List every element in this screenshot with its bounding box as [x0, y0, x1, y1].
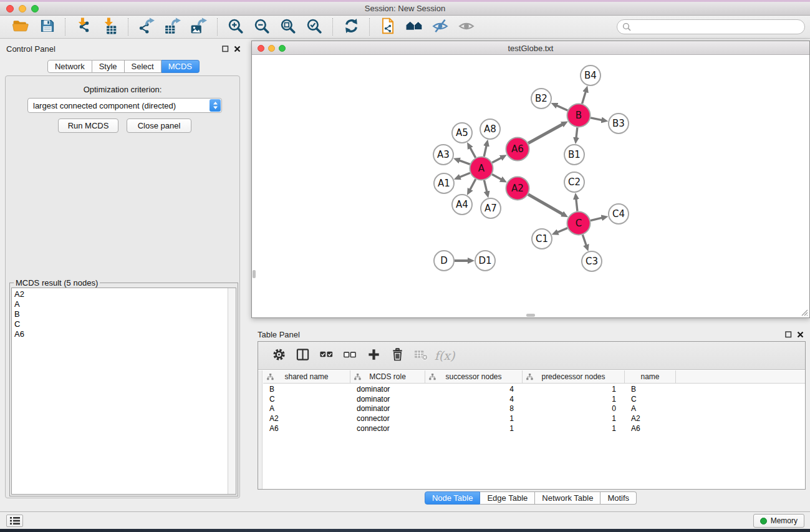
zoom-out-button[interactable]	[251, 17, 272, 36]
mcds-result-item[interactable]: A6	[14, 329, 226, 339]
column-header-successor-nodes[interactable]: successor nodes	[425, 370, 523, 383]
close-panel-icon[interactable]	[797, 331, 804, 338]
cell-shared-name: A6	[263, 424, 350, 433]
zoom-in-button[interactable]	[225, 17, 246, 36]
search-icon	[622, 22, 631, 31]
close-panel-icon[interactable]	[234, 46, 241, 52]
control-tab-mcds[interactable]: MCDS	[162, 60, 200, 73]
mcds-result-item[interactable]: B	[14, 309, 226, 319]
close-panel-button[interactable]: Close panel	[127, 118, 191, 133]
column-header-shared-name[interactable]: shared name	[263, 370, 350, 383]
new-network-from-selection-icon	[380, 17, 396, 37]
graph-edge-A-A3[interactable]	[459, 160, 470, 164]
graph-node-label-B3: B3	[612, 118, 625, 129]
graph-edge-A-A7[interactable]	[484, 180, 486, 192]
table-row-b[interactable]: Bdominator41B	[263, 384, 805, 394]
mcds-result-item[interactable]: C	[14, 319, 226, 329]
table-tab-network-table[interactable]: Network Table	[535, 491, 600, 505]
cell-shared-name: C	[263, 395, 350, 404]
mcds-panel-body: Optimization criterion: largest connecte…	[5, 75, 240, 498]
graph-edge-A-A1[interactable]	[460, 173, 470, 177]
export-network-button[interactable]	[136, 17, 157, 36]
task-history-button[interactable]	[6, 515, 23, 527]
function-builder-button[interactable]: f(x)	[435, 346, 454, 365]
graph-edge-B-B1[interactable]	[576, 127, 577, 138]
hide-selected-button[interactable]	[430, 17, 451, 36]
control-tab-network[interactable]: Network	[47, 60, 92, 73]
table-toolbar: f(x)	[258, 342, 805, 370]
refresh-layout-button[interactable]	[340, 17, 362, 36]
hierarchy-icon	[526, 374, 533, 380]
table-tabs: Node TableEdge TableNetwork TableMotifs	[251, 491, 810, 505]
table-tab-edge-table[interactable]: Edge Table	[480, 491, 535, 505]
zoom-fit-button[interactable]	[277, 17, 299, 36]
delete-table-button[interactable]	[412, 346, 430, 365]
mcds-result-item[interactable]: A	[14, 299, 226, 309]
import-table-icon	[102, 17, 118, 37]
search-box[interactable]	[617, 19, 805, 34]
graph-edge-A-A6[interactable]	[492, 158, 501, 163]
split-table-button[interactable]	[293, 346, 312, 365]
table-row-a6[interactable]: A6connector11A6	[263, 423, 805, 433]
table-settings-button[interactable]	[269, 346, 288, 365]
table-row-gutter	[258, 370, 263, 489]
graph-edge-A-A2[interactable]	[492, 174, 501, 179]
add-column-button[interactable]	[364, 346, 383, 365]
table-row-a2[interactable]: A2connector11A2	[263, 414, 805, 423]
select-all-columns-button[interactable]	[317, 346, 335, 365]
table-row-a[interactable]: Adominator80A	[263, 404, 805, 414]
graph-edge-A-A4[interactable]	[470, 179, 476, 190]
graph-edge-A2-C[interactable]	[528, 195, 562, 215]
graph-edge-C-C3[interactable]	[582, 235, 586, 245]
horizontal-scrollbar-thumb[interactable]	[526, 314, 535, 317]
memory-button[interactable]: Memory	[753, 514, 804, 528]
network-canvas[interactable]: B4B2BB3A8A5A6A3B1AA1C2A2A4A7C4CC1DD1C3	[252, 55, 809, 317]
graph-node-label-A1: A1	[438, 178, 450, 189]
graph-edge-C-C2[interactable]	[576, 199, 577, 211]
first-neighbors-button[interactable]	[403, 17, 425, 36]
save-session-button[interactable]	[36, 17, 57, 36]
table-tab-motifs[interactable]: Motifs	[600, 491, 637, 505]
graph-edge-A6-B[interactable]	[528, 124, 562, 143]
column-header-mcds-role[interactable]: MCDS role	[350, 370, 425, 383]
cell-successor-nodes: 4	[425, 395, 523, 404]
graph-edge-B-B4[interactable]	[582, 92, 586, 104]
show-hidden-button[interactable]	[456, 17, 477, 36]
graph-edge-C-C1[interactable]	[557, 228, 567, 233]
column-header-predecessor-nodes[interactable]: predecessor nodes	[523, 370, 625, 383]
float-panel-icon[interactable]	[222, 46, 229, 52]
float-panel-icon[interactable]	[785, 331, 792, 338]
graph-edge-C-C4[interactable]	[591, 218, 602, 220]
graph-node-label-C2: C2	[568, 177, 581, 188]
graph-edge-A-A8[interactable]	[484, 145, 486, 157]
table-tab-node-table[interactable]: Node Table	[425, 491, 481, 505]
cell-shared-name: A2	[263, 414, 350, 423]
graph-edge-B-B2[interactable]	[557, 105, 568, 110]
column-header-name[interactable]: name	[625, 370, 676, 383]
network-window-titlebar[interactable]: testGlobe.txt	[252, 41, 809, 55]
control-tab-select[interactable]: Select	[125, 60, 162, 73]
export-image-button[interactable]	[188, 17, 210, 36]
new-network-from-selection-button[interactable]	[377, 17, 398, 36]
graph-edge-A-A5[interactable]	[470, 148, 476, 158]
delete-columns-button[interactable]	[388, 346, 407, 365]
hierarchy-icon	[354, 374, 361, 380]
unselect-all-columns-button[interactable]	[340, 346, 359, 365]
graph-node-label-B2: B2	[535, 93, 547, 104]
table-row-c[interactable]: Cdominator41C	[263, 394, 805, 404]
vertical-scrollbar-thumb[interactable]	[253, 270, 256, 278]
open-file-button[interactable]	[10, 17, 31, 36]
result-scrollbar[interactable]	[228, 288, 236, 494]
run-mcds-button[interactable]: Run MCDS	[58, 118, 118, 133]
mcds-result-list[interactable]: A2ABCA6	[11, 288, 236, 495]
import-network-button[interactable]	[73, 17, 94, 36]
graph-edge-B-B3[interactable]	[591, 118, 602, 120]
control-tab-style[interactable]: Style	[92, 60, 125, 73]
optimization-criterion-dropdown[interactable]: largest connected component (directed)	[27, 98, 222, 113]
search-input[interactable]	[634, 22, 804, 31]
mcds-result-item[interactable]: A2	[14, 289, 226, 299]
import-table-button[interactable]	[99, 17, 120, 36]
export-table-button[interactable]	[162, 17, 183, 36]
resize-grip-icon[interactable]	[800, 308, 808, 316]
zoom-selected-button[interactable]	[304, 17, 325, 36]
